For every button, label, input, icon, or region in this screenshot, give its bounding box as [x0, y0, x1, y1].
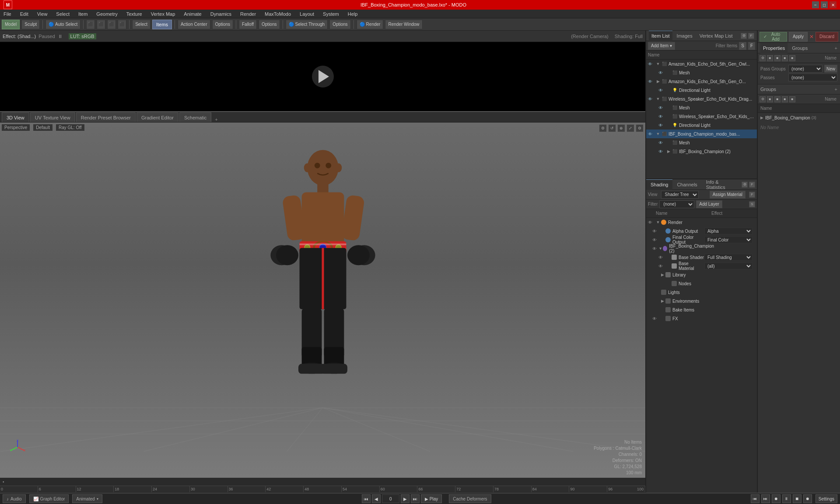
tab-uv-texture[interactable]: UV Texture View: [30, 112, 75, 122]
list-item[interactable]: 👁 ▶ ⬛ IBF_Boxing_Champion (2): [646, 147, 757, 156]
shader-row-lights[interactable]: Lights: [646, 288, 757, 297]
menu-system[interactable]: System: [321, 11, 341, 17]
shader-row-bake[interactable]: Bake Items: [646, 305, 757, 314]
select-button[interactable]: Select: [132, 20, 150, 29]
tab-properties[interactable]: Properties: [760, 43, 788, 53]
menu-file[interactable]: File: [2, 11, 13, 17]
props-ctrl-4[interactable]: ■: [782, 55, 788, 61]
menu-item[interactable]: Item: [77, 11, 89, 17]
groups-ctrl-5[interactable]: ■: [789, 96, 795, 102]
shader-row-fx[interactable]: 👁 FX: [646, 314, 757, 323]
cache-deformers-button[interactable]: Cache Deformers: [449, 494, 491, 503]
groups-ctrl-4[interactable]: ■: [782, 96, 788, 102]
panel-ctrl-2[interactable]: F: [748, 33, 754, 39]
vp-ctrl-4[interactable]: ⤢: [626, 124, 634, 132]
groups-plus-icon[interactable]: +: [835, 87, 837, 92]
alpha-effect-select[interactable]: Alpha: [704, 228, 752, 234]
raygl-label[interactable]: Ray GL: Off: [56, 124, 84, 131]
list-item[interactable]: 👁 ⬛ Mesh: [646, 138, 757, 147]
options-3-button[interactable]: Options: [329, 20, 350, 29]
new-pass-button[interactable]: New: [824, 65, 837, 73]
shader-row-ibf[interactable]: 👁 ▼ IBF_Boxing_Champion (2): [646, 244, 757, 253]
assign-material-button[interactable]: Assign Material: [710, 191, 746, 199]
shader-row-final-color[interactable]: 👁 Final Color Output Final Color: [646, 235, 757, 244]
expand-icon-2[interactable]: ▶: [655, 79, 661, 84]
props-ctrl-5[interactable]: ■: [789, 55, 795, 61]
shader-row-base-shader[interactable]: 👁 Base Shader Full Shading: [646, 253, 757, 262]
menu-dynamics[interactable]: Dynamics: [209, 11, 233, 17]
frame-input[interactable]: [382, 494, 399, 503]
tab-shading[interactable]: Shading: [646, 179, 672, 190]
group-expand-icon[interactable]: ▶: [760, 116, 763, 120]
menu-geometry[interactable]: Geometry: [94, 11, 119, 17]
transport-icon-3[interactable]: ⏺: [772, 494, 780, 503]
3d-viewport[interactable]: Perspective Default Ray GL: Off ⚙ ↺ ⊕ ⤢ …: [0, 122, 645, 478]
transport-icon-1[interactable]: ⏮: [751, 494, 760, 503]
falloff-button[interactable]: Falloff: [239, 20, 257, 29]
groups-ctrl-2[interactable]: ■: [767, 96, 773, 102]
menu-render[interactable]: Render: [238, 11, 258, 17]
props-ctrl-2[interactable]: ■: [767, 55, 773, 61]
expand-env[interactable]: ▶: [659, 299, 665, 303]
tab-3d-view[interactable]: 3D View: [2, 112, 29, 122]
tab-add-icon[interactable]: +: [212, 117, 220, 122]
filter-none-select[interactable]: (none): [659, 200, 694, 208]
render-window-button[interactable]: Render Window: [385, 20, 422, 29]
group-item-noname[interactable]: No Name: [758, 122, 840, 132]
group-item-ibf[interactable]: ▶ IBF_Boxing_Champion (3): [758, 113, 840, 122]
select-through-button[interactable]: 🔵 Select Through: [286, 20, 328, 29]
settings-button[interactable]: Settings: [816, 494, 837, 503]
tab-channels[interactable]: Channels: [672, 179, 701, 190]
transport-icon-6[interactable]: ⏺: [803, 494, 812, 503]
next-button[interactable]: ▶: [401, 494, 410, 503]
filter-f-button[interactable]: F: [748, 42, 755, 50]
tab-groups[interactable]: Groups: [789, 43, 810, 53]
next-next-button[interactable]: ⏭: [411, 494, 420, 503]
shader-row-base-material[interactable]: 👁 Base Material (all): [646, 262, 757, 270]
menu-vertex-map[interactable]: Vertex Map: [149, 11, 177, 17]
transform-icon-2[interactable]: ⬛: [97, 20, 105, 29]
list-item[interactable]: 👁 💡 Directional Light: [646, 121, 757, 130]
list-item[interactable]: 👁 ⬛ Mesh: [646, 68, 757, 77]
shading-f-btn[interactable]: F: [749, 192, 755, 198]
tab-info-statistics[interactable]: Info & Statistics: [702, 179, 740, 190]
perspective-label[interactable]: Perspective: [2, 124, 30, 131]
maximize-button[interactable]: □: [821, 1, 828, 8]
menu-texture[interactable]: Texture: [125, 11, 144, 17]
list-item[interactable]: 👁 ▼ ⬛ Amazon_Kids_Echo_Dot_5th_Gen_Owl..…: [646, 60, 757, 68]
tab-render-preset[interactable]: Render Preset Browser: [76, 112, 136, 122]
passes-select[interactable]: (none): [788, 74, 837, 81]
shader-row-render[interactable]: 👁 ▼ Render: [646, 218, 757, 227]
menu-view[interactable]: View: [35, 11, 49, 17]
list-item[interactable]: 👁 ⬛ Mesh: [646, 103, 757, 112]
bs-effect-select[interactable]: Full Shading: [704, 254, 752, 261]
pass-groups-select[interactable]: (none): [788, 65, 822, 73]
shading-ctrl-2[interactable]: F: [749, 182, 755, 188]
list-item[interactable]: 👁 💡 Directional Light: [646, 86, 757, 94]
play-button[interactable]: [312, 66, 334, 88]
shader-tree-select[interactable]: Shader Tree: [661, 191, 699, 199]
timeline-ruler[interactable]: 0 6 12 18 24 30 36 42 48 54 60 66 72 78 …: [0, 486, 645, 493]
list-item[interactable]: 👁 ⬛ Wireless_Speaker_Echo_Dot_Kids_Dr...: [646, 112, 757, 121]
shading-ctrl-1[interactable]: ⚙: [742, 182, 748, 188]
tab-images[interactable]: Images: [674, 31, 695, 41]
close-button[interactable]: ✕: [830, 1, 836, 8]
vp-ctrl-3[interactable]: ⊕: [617, 124, 625, 132]
shading-s-btn[interactable]: S: [749, 201, 755, 207]
menu-layout[interactable]: Layout: [298, 11, 316, 17]
add-layer-button[interactable]: Add Layer: [696, 200, 722, 208]
tab-vertex-map-list[interactable]: Vertex Map List: [697, 31, 735, 41]
auto-select-button[interactable]: 🔵 Auto Select: [46, 20, 80, 29]
groups-ctrl-1[interactable]: ⚙: [760, 96, 766, 102]
action-center-button[interactable]: Action Center: [178, 20, 210, 29]
expand-icon-8[interactable]: ▼: [655, 132, 661, 136]
expand-icon-10[interactable]: ▶: [665, 149, 672, 154]
vp-ctrl-5[interactable]: ⚙: [636, 124, 644, 132]
prev-button[interactable]: ◀: [372, 494, 381, 503]
play-button-transport[interactable]: ▶ Play: [421, 494, 442, 503]
props-ctrl-3[interactable]: ■: [774, 55, 780, 61]
props-ctrl-1[interactable]: ⚙: [760, 55, 766, 61]
menu-edit[interactable]: Edit: [18, 11, 30, 17]
menu-select[interactable]: Select: [54, 11, 71, 17]
fc-effect-select[interactable]: Final Color: [704, 236, 752, 243]
